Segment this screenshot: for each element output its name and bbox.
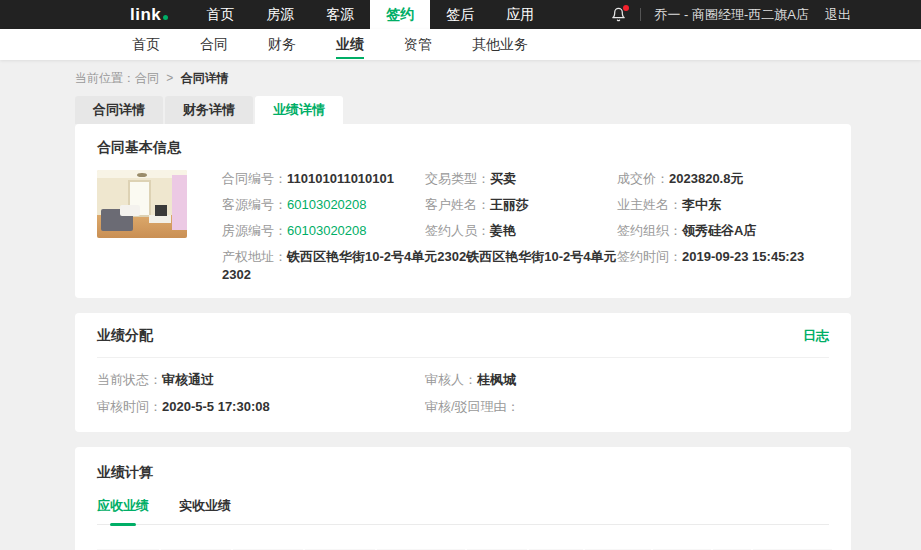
log-link[interactable]: 日志 [803, 327, 829, 345]
status-value: 审核通过 [162, 372, 214, 387]
tab-receivable-performance[interactable]: 应收业绩 [97, 497, 149, 524]
breadcrumb-separator: > [166, 71, 173, 85]
field-contract-no: 合同编号：110101011010101 [222, 170, 425, 188]
notification-badge [623, 5, 629, 11]
field-signer: 签约人员：姜艳 [425, 222, 617, 240]
tab-performance-detail[interactable]: 业绩详情 [255, 96, 343, 124]
notification-bell-icon[interactable] [611, 7, 626, 22]
field-audit-time: 审核时间：2020-5-5 17:30:08 [97, 398, 425, 416]
contract-fields: 合同编号：110101011010101 交易类型：买卖 成交价：2023820… [222, 170, 829, 284]
performance-calc-title: 业绩计算 [97, 464, 829, 482]
field-customer-no: 客源编号：60103020208 [222, 196, 425, 214]
topnav-item-customers[interactable]: 客源 [310, 0, 370, 29]
performance-allocation-card: 业绩分配 日志 当前状态：审核通过 审核人：桂枫城 审核时间：2020-5-5 … [75, 313, 851, 432]
logo-text: link [130, 5, 161, 25]
field-owner-name: 业主姓名：李中东 [617, 196, 829, 214]
field-trade-type: 交易类型：买卖 [425, 170, 617, 188]
card-divider [97, 357, 829, 358]
topnav-item-signing[interactable]: 签约 [370, 0, 430, 29]
topnav-item-apps[interactable]: 应用 [490, 0, 550, 29]
nav-divider [640, 8, 641, 21]
photo-cabinet [149, 215, 171, 223]
subnav-item-assets[interactable]: 资管 [404, 29, 432, 60]
property-photo [97, 170, 187, 238]
field-property-address: 产权地址：铁西区艳华街10-2号4单元2302铁西区艳华街10-2号4单元230… [222, 248, 617, 284]
tab-contract-detail[interactable]: 合同详情 [75, 96, 163, 124]
tab-received-performance[interactable]: 实收业绩 [179, 497, 231, 524]
field-sign-org: 签约组织：领秀硅谷A店 [617, 222, 829, 240]
field-deal-price: 成交价：2023820.8元 [617, 170, 829, 188]
subnav-item-performance[interactable]: 业绩 [336, 29, 364, 60]
sub-navbar: 首页 合同 财务 业绩 资管 其他业务 [0, 29, 921, 60]
field-house-no: 房源编号：60103020208 [222, 222, 425, 240]
field-status: 当前状态：审核通过 [97, 371, 425, 389]
photo-tv [155, 205, 168, 215]
logo-dot-icon [163, 15, 168, 20]
subnav-item-other[interactable]: 其他业务 [472, 29, 528, 60]
allocation-fields: 当前状态：审核通过 审核人：桂枫城 审核时间：2020-5-5 17:30:08… [97, 371, 829, 416]
brand-logo[interactable]: link [130, 5, 168, 25]
topnav-item-post-signing[interactable]: 签后 [430, 0, 490, 29]
breadcrumb-parent-link[interactable]: 合同 [135, 71, 159, 85]
field-customer-name: 客户姓名：王丽莎 [425, 196, 617, 214]
user-info: 乔一 - 商圈经理-西二旗A店 [654, 6, 809, 24]
customer-no-link[interactable]: 60103020208 [287, 197, 367, 212]
top-navbar: link 首页 房源 客源 签约 签后 应用 乔一 - 商圈经理-西二旗A店 退… [0, 0, 921, 29]
contract-info-body: 合同编号：110101011010101 交易类型：买卖 成交价：2023820… [97, 170, 829, 284]
topnav-right: 乔一 - 商圈经理-西二旗A店 退出 [611, 6, 921, 24]
breadcrumb: 当前位置：合同 > 合同详情 [75, 60, 851, 96]
contract-info-title: 合同基本信息 [97, 139, 829, 157]
tab-finance-detail[interactable]: 财务详情 [165, 96, 253, 124]
calc-tabs: 应收业绩 实收业绩 [97, 497, 829, 525]
field-sign-time: 签约时间：2019-09-23 15:45:23 [617, 248, 829, 284]
field-auditor: 审核人：桂枫城 [425, 371, 829, 389]
detail-tabs: 合同详情 财务详情 业绩详情 [75, 96, 851, 124]
subnav-item-home[interactable]: 首页 [132, 29, 160, 60]
breadcrumb-current: 合同详情 [181, 71, 229, 85]
photo-curtain [172, 175, 187, 229]
subnav-item-finance[interactable]: 财务 [268, 29, 296, 60]
topnav-item-home[interactable]: 首页 [190, 0, 250, 29]
photo-cushion [120, 205, 140, 216]
topnav-item-listings[interactable]: 房源 [250, 0, 310, 29]
house-no-link[interactable]: 60103020208 [287, 223, 367, 238]
performance-allocation-title: 业绩分配 [97, 327, 153, 345]
field-audit-reason: 审核/驳回理由： [425, 398, 829, 416]
breadcrumb-prefix: 当前位置： [75, 71, 135, 85]
contract-info-card: 合同基本信息 合同编号：110101011010101 [75, 124, 851, 298]
performance-calc-card: 业绩计算 应收业绩 实收业绩 时间 费用项 费用项金额 角色类型 角色人 计算比… [75, 447, 851, 550]
logout-button[interactable]: 退出 [825, 6, 851, 24]
page-content: 当前位置：合同 > 合同详情 合同详情 财务详情 业绩详情 合同基本信息 [0, 60, 921, 550]
subnav-item-contract[interactable]: 合同 [200, 29, 228, 60]
